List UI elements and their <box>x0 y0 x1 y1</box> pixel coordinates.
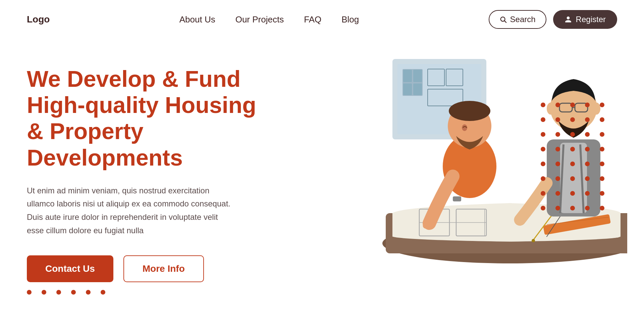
navbar: Logo About Us Our Projects FAQ Blog Sear… <box>0 0 644 39</box>
search-button[interactable]: Search <box>489 10 546 29</box>
dot <box>56 290 61 295</box>
svg-point-21 <box>532 239 535 242</box>
dot <box>570 176 575 181</box>
dot <box>541 162 545 166</box>
nav-blog[interactable]: Blog <box>341 14 359 25</box>
svg-rect-5 <box>403 70 412 82</box>
dot <box>71 290 76 295</box>
dot <box>555 132 560 137</box>
dot <box>570 206 575 210</box>
search-label: Search <box>510 15 536 24</box>
hero-title: We Develop & Fund High-quality Housing &… <box>27 66 262 171</box>
dot <box>600 162 604 166</box>
svg-rect-6 <box>413 70 422 82</box>
nav-our-projects[interactable]: Our Projects <box>235 14 284 25</box>
svg-rect-7 <box>403 83 412 95</box>
hero-left: We Develop & Fund High-quality Housing &… <box>27 59 262 282</box>
logo: Logo <box>27 14 50 25</box>
dot <box>570 191 575 196</box>
dot <box>555 162 560 166</box>
dot <box>570 103 575 107</box>
svg-rect-8 <box>413 83 422 95</box>
hero-buttons: Contact Us More Info <box>27 255 262 282</box>
svg-rect-27 <box>453 196 461 201</box>
dot <box>555 117 560 122</box>
dot <box>585 191 590 196</box>
dot <box>555 191 560 196</box>
nav-about-us[interactable]: About Us <box>179 14 215 25</box>
nav-actions: Search Register <box>489 10 617 29</box>
dot <box>585 206 590 210</box>
dot <box>585 132 590 137</box>
more-info-button[interactable]: More Info <box>123 255 204 282</box>
svg-point-25 <box>449 101 490 121</box>
dot <box>541 176 545 181</box>
dot <box>600 176 604 181</box>
contact-us-button[interactable]: Contact Us <box>27 255 113 282</box>
dot <box>570 132 575 137</box>
dot <box>600 191 604 196</box>
dot <box>600 206 604 210</box>
dot <box>541 103 545 107</box>
dot <box>86 290 91 295</box>
dot <box>585 117 590 122</box>
dot <box>555 206 560 210</box>
dot <box>555 176 560 181</box>
dot <box>555 147 560 151</box>
dot <box>600 147 604 151</box>
hero-section: We Develop & Fund High-quality Housing &… <box>0 39 644 311</box>
dot <box>570 162 575 166</box>
dot <box>600 132 604 137</box>
dot <box>101 290 105 295</box>
dot <box>570 117 575 122</box>
dot <box>42 290 46 295</box>
dot <box>555 103 560 107</box>
user-icon <box>565 16 572 23</box>
dot <box>585 103 590 107</box>
dot <box>600 117 604 122</box>
dot <box>585 147 590 151</box>
nav-faq[interactable]: FAQ <box>304 14 321 25</box>
nav-links: About Us Our Projects FAQ Blog <box>179 14 359 25</box>
hero-right <box>262 59 617 311</box>
dot <box>541 206 545 210</box>
dot <box>541 117 545 122</box>
register-label: Register <box>576 15 606 24</box>
dots-top-right <box>541 103 607 213</box>
dot <box>585 176 590 181</box>
hero-description: Ut enim ad minim veniam, quis nostrud ex… <box>27 184 235 237</box>
dot <box>600 103 604 107</box>
dot <box>541 132 545 137</box>
svg-line-1 <box>504 21 506 22</box>
dot <box>27 290 32 295</box>
dot <box>570 147 575 151</box>
dot <box>585 162 590 166</box>
dot <box>541 191 545 196</box>
register-button[interactable]: Register <box>553 10 617 29</box>
dot <box>541 147 545 151</box>
search-icon <box>499 16 507 23</box>
